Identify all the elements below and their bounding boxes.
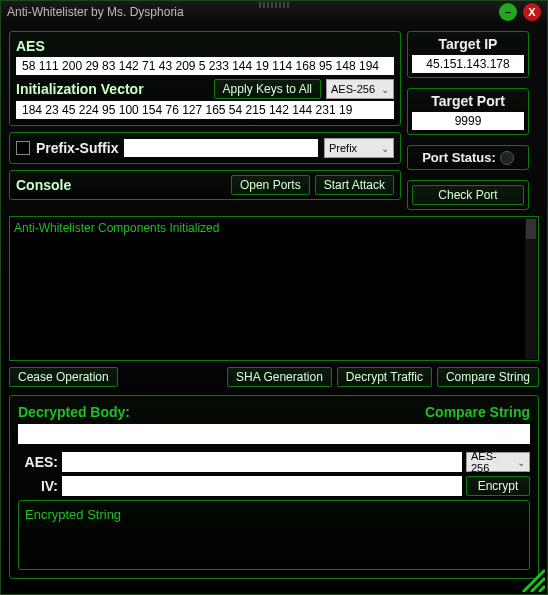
- console-line: Anti-Whitelister Components Initialized: [14, 221, 534, 235]
- crypto-panel: Decrypted Body: Compare String AES: AES-…: [9, 395, 539, 579]
- console-label: Console: [16, 177, 71, 193]
- svg-line-2: [539, 586, 545, 592]
- start-attack-button[interactable]: Start Attack: [315, 175, 394, 195]
- console-scrollbar[interactable]: [525, 218, 537, 359]
- minimize-button[interactable]: –: [499, 3, 517, 21]
- decrypted-body-input[interactable]: [18, 424, 530, 444]
- crypto-iv-label: IV:: [18, 478, 58, 494]
- titlebar-grip[interactable]: [259, 2, 289, 8]
- target-port-input[interactable]: [412, 112, 524, 130]
- crypto-iv-input[interactable]: [62, 476, 462, 496]
- encrypted-string-label: Encrypted String: [25, 507, 121, 522]
- compare-string-button[interactable]: Compare String: [437, 367, 539, 387]
- check-port-button[interactable]: Check Port: [412, 185, 524, 205]
- window-title: Anti-Whitelister by Ms. Dysphoria: [7, 5, 184, 19]
- sha-generation-button[interactable]: SHA Generation: [227, 367, 332, 387]
- target-port-label: Target Port: [412, 93, 524, 109]
- prefix-panel: Prefix-Suffix Prefix: [9, 132, 401, 164]
- svg-line-1: [531, 578, 545, 592]
- iv-input[interactable]: [16, 101, 394, 119]
- encrypted-string-box: Encrypted String: [18, 500, 530, 570]
- console-header: Console Open Ports Start Attack: [9, 170, 401, 200]
- prefix-label: Prefix-Suffix: [36, 140, 118, 156]
- check-port-panel: Check Port: [407, 180, 529, 210]
- apply-keys-button[interactable]: Apply Keys to All: [214, 79, 321, 99]
- target-port-panel: Target Port: [407, 88, 529, 135]
- aes-label: AES: [16, 38, 394, 54]
- close-button[interactable]: X: [523, 3, 541, 21]
- prefix-mode-select[interactable]: Prefix: [324, 138, 394, 158]
- target-ip-panel: Target IP: [407, 31, 529, 78]
- port-status-lamp: [500, 151, 514, 165]
- decrypted-body-label: Decrypted Body:: [18, 404, 130, 420]
- aes-mode-select[interactable]: AES-256: [326, 79, 394, 99]
- crypto-aes-mode-select[interactable]: AES-256: [466, 452, 530, 472]
- aes-key-input[interactable]: [16, 57, 394, 75]
- console-output[interactable]: Anti-Whitelister Components Initialized: [9, 216, 539, 361]
- open-ports-button[interactable]: Open Ports: [231, 175, 310, 195]
- crypto-aes-label: AES:: [18, 454, 58, 470]
- prefix-checkbox[interactable]: [16, 141, 30, 155]
- target-ip-label: Target IP: [412, 36, 524, 52]
- encrypt-button[interactable]: Encrypt: [466, 476, 530, 496]
- target-ip-input[interactable]: [412, 55, 524, 73]
- scrollbar-thumb[interactable]: [526, 219, 536, 239]
- port-status-label: Port Status:: [422, 150, 496, 165]
- decrypt-traffic-button[interactable]: Decrypt Traffic: [337, 367, 432, 387]
- crypto-aes-input[interactable]: [62, 452, 462, 472]
- aes-panel: AES Initialization Vector Apply Keys to …: [9, 31, 401, 126]
- app-window: Anti-Whitelister by Ms. Dysphoria – X AE…: [0, 0, 548, 595]
- port-status-panel: Port Status:: [407, 145, 529, 170]
- prefix-input[interactable]: [124, 139, 318, 157]
- cease-operation-button[interactable]: Cease Operation: [9, 367, 118, 387]
- iv-label: Initialization Vector: [16, 81, 144, 97]
- compare-string-label: Compare String: [425, 404, 530, 420]
